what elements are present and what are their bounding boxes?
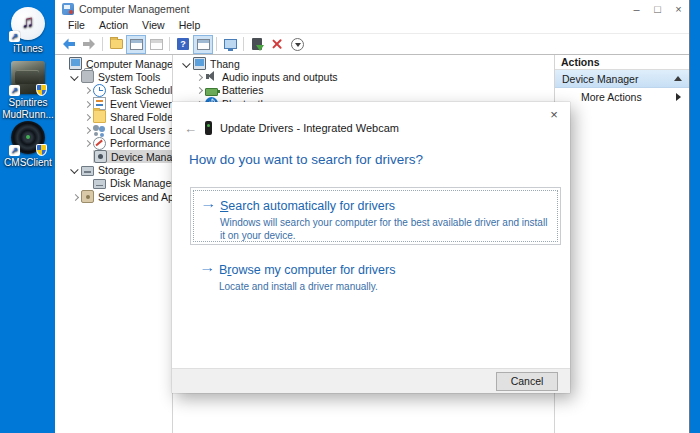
tree-item-event-viewer[interactable]: Event Viewer <box>55 97 172 110</box>
shortcut-arrow-icon <box>9 31 20 42</box>
browse-computer-option[interactable]: → Browse my computer for drivers Locate … <box>199 260 395 293</box>
actions-group-device-manager[interactable]: Device Manager <box>555 70 689 88</box>
users-icon <box>93 124 106 137</box>
scan-hardware-changes-icon[interactable] <box>288 36 306 53</box>
search-automatically-option[interactable]: → Search automatically for drivers Windo… <box>200 196 550 242</box>
webcam-icon <box>205 121 212 135</box>
dialog-close-button[interactable]: × <box>544 105 564 123</box>
task-scheduler-icon <box>93 84 106 97</box>
tree-item-label: Task Scheduler <box>110 84 173 96</box>
storage-icon <box>81 166 94 176</box>
minimize-button[interactable]: – <box>626 0 647 17</box>
title-bar[interactable]: Computer Management – □ × <box>55 0 689 17</box>
tree-item-task-scheduler[interactable]: Task Scheduler <box>55 84 172 97</box>
tree-item-performance[interactable]: Performance <box>55 137 172 150</box>
maximize-button[interactable]: □ <box>647 0 668 17</box>
desktop-icon-label: iTunes <box>1 43 55 55</box>
option-description: Locate and install a driver manually. <box>219 280 395 293</box>
battery-icon <box>205 88 218 96</box>
desktop: iTunes Spintires MudRunn... CMSClient Co… <box>0 0 700 433</box>
dialog-back-button[interactable]: ← <box>184 122 197 135</box>
shortcut-arrow-icon <box>9 85 20 96</box>
tree-item-label: Computer Management (Local) <box>86 58 173 70</box>
tree-item-label: System Tools <box>98 71 160 83</box>
chevron-expanded-icon[interactable] <box>70 71 81 83</box>
tree-item-computer-management[interactable]: Computer Management (Local) <box>55 57 172 70</box>
chevron-collapsed-icon[interactable] <box>70 191 81 203</box>
selected-row-highlight: Device Manager <box>93 150 173 163</box>
chevron-expanded-icon[interactable] <box>70 164 81 176</box>
cancel-button[interactable]: Cancel <box>496 372 558 391</box>
tree-item-disk-management[interactable]: Disk Management <box>55 177 172 190</box>
dialog-heading: How do you want to search for drivers? <box>189 152 423 167</box>
chevron-collapsed-icon[interactable] <box>82 137 93 149</box>
menu-view[interactable]: View <box>135 19 172 31</box>
tree-item-audio-inputs-outputs[interactable]: Audio inputs and outputs <box>179 70 554 83</box>
uac-shield-icon <box>36 84 47 96</box>
menu-bar: File Action View Help <box>55 17 689 34</box>
tree-item-system-tools[interactable]: System Tools <box>55 70 172 83</box>
chevron-collapsed-icon[interactable] <box>194 71 205 83</box>
show-console-tree-icon[interactable] <box>127 36 145 53</box>
desktop-icon-itunes[interactable]: iTunes <box>1 7 55 55</box>
performance-icon <box>93 137 106 150</box>
close-button[interactable]: × <box>668 0 689 17</box>
desktop-icon-label: CMSClient <box>1 157 55 169</box>
menu-help[interactable]: Help <box>172 19 208 31</box>
actions-panel: Actions Device Manager More Actions <box>555 55 689 433</box>
up-level-icon[interactable] <box>107 36 125 53</box>
console-tree-panel[interactable]: Computer Management (Local) System Tools… <box>55 55 173 433</box>
tree-item-label: Storage <box>98 164 135 176</box>
tree-item-services-applications[interactable]: Services and Applications <box>55 190 172 203</box>
itunes-icon <box>11 7 45 40</box>
tree-item-shared-folders[interactable]: Shared Folders <box>55 110 172 123</box>
update-driver-icon[interactable] <box>248 36 266 53</box>
computer-icon[interactable] <box>221 36 239 53</box>
computer-management-app-icon <box>62 3 74 15</box>
desktop-icon-cmsclient[interactable]: CMSClient <box>1 121 55 169</box>
tree-item-thang[interactable]: Thang <box>179 57 554 70</box>
option-description: Windows will search your computer for th… <box>220 216 550 242</box>
chevron-collapsed-icon[interactable] <box>82 111 93 123</box>
tree-item-label: Batteries <box>222 84 263 96</box>
export-list-icon[interactable] <box>147 36 165 53</box>
chevron-collapsed-icon[interactable] <box>82 84 93 96</box>
actions-header: Actions <box>555 55 689 70</box>
command-link-arrow-icon: → <box>199 261 215 274</box>
actions-item-more-actions[interactable]: More Actions <box>555 88 689 105</box>
tree-item-label: Audio inputs and outputs <box>222 71 338 83</box>
chevron-collapsed-icon[interactable] <box>82 124 93 136</box>
tree-item-device-manager[interactable]: Device Manager <box>55 150 172 163</box>
tree-item-batteries[interactable]: Batteries <box>179 84 554 97</box>
desktop-icon-spintires-mudrunner[interactable]: Spintires MudRunn... <box>1 61 55 120</box>
computer-icon <box>193 57 206 70</box>
uninstall-device-icon[interactable] <box>268 36 286 53</box>
tree-item-label: Shared Folders <box>110 111 173 123</box>
collapse-arrow-icon[interactable] <box>674 76 682 81</box>
tree-item-label: Device Manager <box>111 151 173 163</box>
submenu-arrow-icon <box>676 93 681 101</box>
tree-item-label: Event Viewer <box>110 98 172 110</box>
option-title: Browse my computer for drivers <box>219 263 395 277</box>
toolbar-separator <box>243 37 244 51</box>
tree-item-label: Services and Applications <box>98 191 173 203</box>
properties-icon[interactable] <box>194 36 212 53</box>
search-automatically-option-box[interactable]: → Search automatically for drivers Windo… <box>190 187 561 245</box>
desktop-icon-label: Spintires <box>1 97 55 109</box>
option-title: Search automatically for drivers <box>220 199 395 213</box>
uac-shield-icon <box>36 144 47 156</box>
forward-icon[interactable] <box>80 36 98 53</box>
back-icon[interactable] <box>60 36 78 53</box>
shared-folders-icon <box>93 110 106 123</box>
chevron-collapsed-icon[interactable] <box>194 84 205 96</box>
menu-file[interactable]: File <box>61 19 92 31</box>
desktop-icon-label: MudRunn... <box>1 109 55 121</box>
speaker-icon <box>205 70 218 83</box>
dialog-footer: Cancel <box>172 368 570 393</box>
tree-item-storage[interactable]: Storage <box>55 163 172 176</box>
chevron-collapsed-icon[interactable] <box>82 98 93 110</box>
menu-action[interactable]: Action <box>92 19 135 31</box>
help-icon[interactable] <box>174 36 192 53</box>
chevron-expanded-icon[interactable] <box>182 58 193 70</box>
tree-item-local-users-groups[interactable]: Local Users and Groups <box>55 123 172 136</box>
